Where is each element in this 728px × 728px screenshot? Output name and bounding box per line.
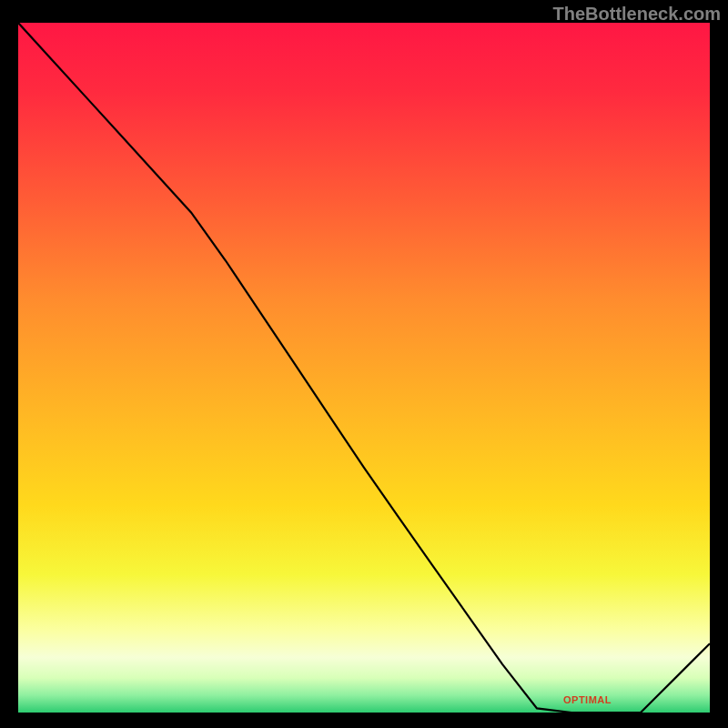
watermark-text: TheBottleneck.com	[553, 4, 721, 25]
optimal-zone-label: OPTIMAL	[563, 694, 612, 705]
chart-data-line	[18, 23, 710, 713]
chart-plot-area: OPTIMAL	[18, 23, 710, 713]
chart-line-layer	[18, 23, 710, 713]
